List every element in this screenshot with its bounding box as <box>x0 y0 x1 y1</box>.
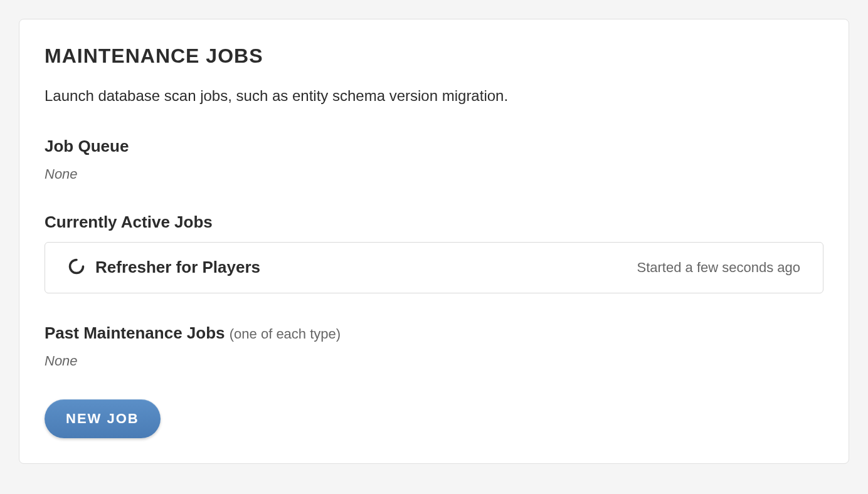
new-job-button[interactable]: NEW JOB <box>45 399 161 438</box>
active-job-status: Started a few seconds ago <box>637 260 801 276</box>
active-job-row: Refresher for Players Started a few seco… <box>45 242 823 293</box>
past-jobs-section: Past Maintenance Jobs (one of each type)… <box>45 323 823 369</box>
job-queue-section: Job Queue None <box>45 137 823 182</box>
job-queue-heading: Job Queue <box>45 137 823 156</box>
spinner-icon <box>68 258 85 278</box>
active-jobs-heading: Currently Active Jobs <box>45 213 823 232</box>
active-jobs-section: Currently Active Jobs Refresher for Play… <box>45 213 823 293</box>
maintenance-jobs-card: MAINTENANCE JOBS Launch database scan jo… <box>19 19 849 464</box>
past-jobs-heading: Past Maintenance Jobs (one of each type) <box>45 323 823 343</box>
page-title: MAINTENANCE JOBS <box>45 45 823 68</box>
active-job-left: Refresher for Players <box>68 258 260 278</box>
past-jobs-empty: None <box>45 353 823 369</box>
past-jobs-heading-text: Past Maintenance Jobs <box>45 323 225 342</box>
job-queue-empty: None <box>45 166 823 182</box>
page-description: Launch database scan jobs, such as entit… <box>45 85 823 107</box>
past-jobs-subtext: (one of each type) <box>230 326 341 342</box>
active-job-name: Refresher for Players <box>95 258 260 277</box>
